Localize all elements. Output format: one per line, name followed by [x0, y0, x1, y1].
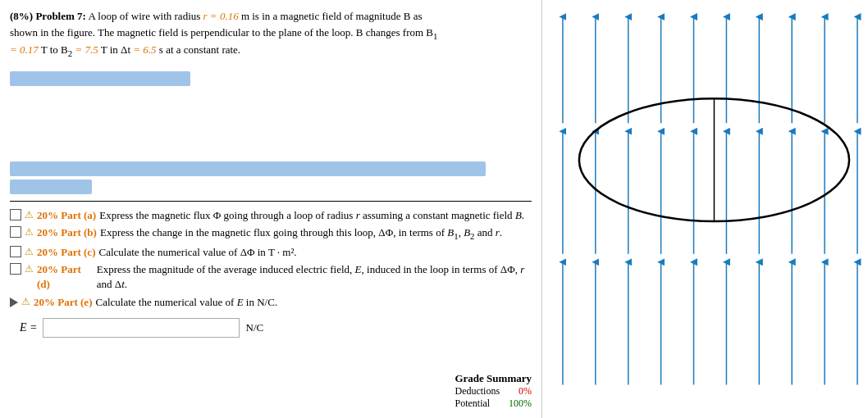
warning-icon-e: ⚠ — [21, 295, 30, 309]
part-text-c: Calculate the numerical value of ΔΦ in T… — [98, 245, 296, 260]
answer-label: E = — [20, 321, 38, 334]
divider — [10, 201, 532, 202]
part-row-a: ⚠ 20% Part (a) Express the magnetic flux… — [10, 208, 532, 223]
part-text-d: Express the magnitude of the average ind… — [97, 262, 532, 292]
grade-deductions-row: Deductions 0% — [455, 385, 532, 398]
deductions-value: 0% — [519, 385, 532, 398]
part-label-c: 20% Part (c) — [37, 245, 95, 260]
part-text-e: Calculate the numerical value of E in N/… — [95, 295, 277, 310]
problem-desc1: A loop of wire with radius — [88, 10, 203, 22]
checkbox-d[interactable] — [10, 263, 21, 275]
redacted-bar-1 — [10, 71, 190, 86]
answer-input[interactable] — [43, 318, 240, 338]
problem-r-val: r = 0.16 — [203, 10, 239, 22]
grade-summary-title: Grade Summary — [455, 372, 532, 385]
answer-row: E = N/C — [20, 318, 532, 338]
problem-desc6: T in Δt — [101, 43, 134, 56]
left-panel: (8%) Problem 7: A loop of wire with radi… — [0, 0, 541, 418]
deductions-label: Deductions — [455, 385, 500, 398]
problem-desc3: shown in the figure. The magnetic field … — [10, 26, 433, 39]
spacer-1 — [10, 93, 532, 158]
main-container: (8%) Problem 7: A loop of wire with radi… — [0, 0, 868, 418]
potential-label: Potential — [455, 398, 490, 410]
magnetic-field-diagram — [542, 0, 868, 418]
warning-icon-c: ⚠ — [25, 245, 34, 259]
part-row-e: ⚠ 20% Part (e) Calculate the numerical v… — [10, 295, 532, 310]
problem-header: (8%) Problem 7: — [10, 10, 86, 22]
part-row-d: ⚠ 20% Part (d) Express the magnitude of … — [10, 262, 532, 292]
part-label-e: 20% Part (e) — [34, 295, 92, 310]
svg-rect-0 — [542, 1, 868, 418]
right-panel — [541, 0, 868, 418]
warning-icon-a: ⚠ — [25, 208, 34, 222]
sub1: 1 — [433, 30, 437, 40]
checkbox-c[interactable] — [10, 246, 21, 257]
warning-icon-d: ⚠ — [25, 262, 34, 276]
grade-potential-row: Potential 100% — [455, 398, 532, 410]
warning-icon-b: ⚠ — [25, 225, 34, 239]
play-icon-e — [10, 298, 18, 307]
part-text-b: Express the change in the magnetic flux … — [100, 225, 502, 243]
problem-b2: = 7.5 — [75, 43, 98, 56]
potential-value: 100% — [509, 398, 532, 410]
redacted-bar-2 — [10, 161, 486, 176]
redacted-bar-3 — [10, 179, 92, 194]
part-row-c: ⚠ 20% Part (c) Calculate the numerical v… — [10, 245, 532, 260]
problem-desc5: T to B — [41, 43, 68, 56]
problem-text: (8%) Problem 7: A loop of wire with radi… — [10, 8, 532, 60]
problem-desc2: m is in a magnetic field of magnitude B … — [241, 10, 423, 22]
part-row-b: ⚠ 20% Part (b) Express the change in the… — [10, 225, 532, 243]
answer-unit: N/C — [246, 321, 264, 334]
checkbox-b[interactable] — [10, 226, 21, 238]
part-label-b: 20% Part (b) — [37, 225, 97, 240]
problem-desc7: s at a constant rate. — [159, 43, 240, 56]
checkbox-a[interactable] — [10, 209, 21, 220]
grade-summary: Grade Summary Deductions 0% Potential 10… — [455, 372, 532, 410]
part-label-d: 20% Part (d) — [37, 262, 94, 292]
part-label-a: 20% Part (a) — [37, 208, 96, 223]
problem-b1: = 0.17 — [10, 43, 39, 56]
sub2: 2 — [68, 48, 72, 58]
part-text-a: Express the magnetic flux Φ going throug… — [99, 208, 524, 223]
parts-section: ⚠ 20% Part (a) Express the magnetic flux… — [10, 208, 532, 310]
problem-dt: = 6.5 — [133, 43, 156, 56]
